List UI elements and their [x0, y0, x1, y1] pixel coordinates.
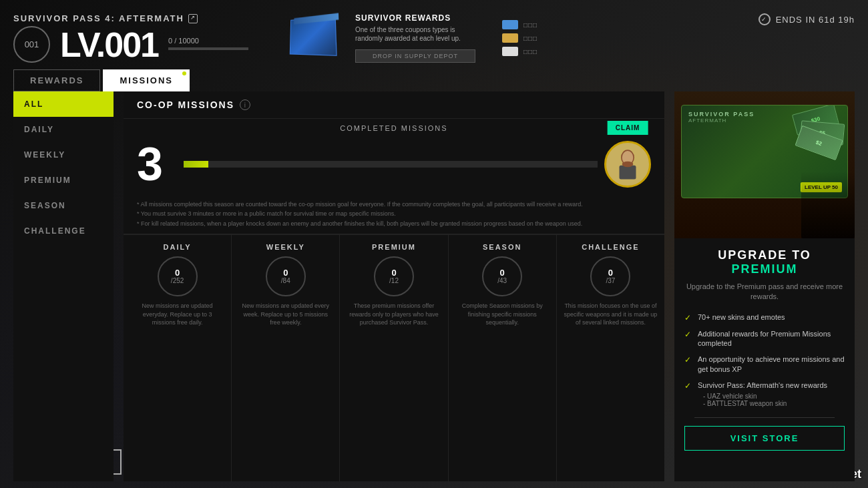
weekly-count: 0	[283, 268, 288, 277]
feature-text-3: An opportunity to achieve more missions …	[698, 354, 845, 374]
feature-item-4: ✓ Survivor Pass: Aftermath's new rewards…	[684, 381, 845, 407]
season-card-circle: 0 /43	[482, 256, 522, 296]
feature-text-4: Survivor Pass: Aftermath's new rewards -…	[698, 381, 827, 407]
coop-missions-title: CO-OP MISSIONS	[137, 99, 234, 110]
mission-card-season: SEASON 0 /43 Complete Season missions by…	[449, 235, 557, 481]
coop-notes: * All missions completed this season are…	[124, 194, 664, 234]
xp-progress: 0 / 10000	[168, 37, 248, 53]
premium-card-title: PREMIUM	[372, 243, 416, 251]
card-title-text: SURVIVOR PASS	[688, 111, 754, 117]
drop-supply-button[interactable]: DROP IN SUPPLY DEPOT	[355, 49, 475, 63]
middle-panel: CO-OP MISSIONS i COMPLETED MISSIONS 3 CL…	[124, 91, 664, 481]
weekly-card-circle: 0 /84	[266, 256, 306, 296]
daily-total: /252	[171, 277, 184, 284]
completed-missions-label: COMPLETED MISSIONS	[124, 124, 664, 132]
rewards-box	[288, 18, 342, 58]
daily-card-title: DAILY	[164, 243, 192, 251]
premium-desc: These premium missions offer rewards onl…	[347, 302, 441, 327]
coupon-list: □□□ □□□ □□□	[502, 20, 537, 56]
check-icon-4: ✓	[684, 381, 691, 391]
coupon-color-gold	[502, 33, 518, 43]
feature-text-1: 70+ new skins and emotes	[698, 312, 785, 322]
timer-section: ✓ ENDS IN 61d 19h	[758, 13, 855, 25]
visit-store-button[interactable]: VISIT STORE	[684, 426, 845, 451]
season-total: /43	[497, 277, 507, 284]
coupon-label-gold: □□□	[523, 35, 537, 42]
xp-text: 0 / 10000	[168, 37, 248, 45]
daily-desc: New missions are updated everyday. Repla…	[130, 302, 224, 327]
coupon-label-white: □□□	[523, 48, 537, 55]
weekly-card-title: WEEKLY	[266, 243, 305, 251]
mission-card-challenge: CHALLENGE 0 /37 This mission focuses on …	[557, 235, 664, 481]
game-title: SURVIVOR PASS 4: AFTERMATH	[13, 13, 248, 23]
check-icon-1: ✓	[684, 313, 691, 322]
coupon-color-blue	[502, 20, 518, 29]
level-circle: 001	[13, 26, 50, 63]
season-desc: Complete Season missions by finishing sp…	[455, 302, 550, 327]
premium-banner: SURVIVOR PASS AFTERMATH $30 $5 $2 LEVEL …	[674, 91, 855, 238]
season-count: 0	[500, 268, 505, 277]
mission-card-daily: DAILY 0 /252 New missions are updated ev…	[124, 235, 232, 481]
right-panel: SURVIVOR PASS AFTERMATH $30 $5 $2 LEVEL …	[674, 91, 855, 481]
missions-tab-badge	[182, 71, 186, 75]
sidebar-item-weekly[interactable]: WEEKLY	[13, 142, 114, 168]
challenge-count: 0	[608, 268, 613, 277]
coupon-color-white	[502, 47, 518, 56]
character-silhouette	[801, 172, 855, 238]
level-display: LV.001	[60, 27, 158, 62]
premium-total: /12	[389, 277, 399, 284]
sidebar-item-all[interactable]: ALL	[13, 91, 114, 117]
feature-text-2: Additional rewards for Premium Missions …	[698, 329, 845, 348]
coupon-item-white: □□□	[502, 47, 537, 56]
card-subtitle-text: AFTERMATH	[688, 117, 726, 124]
check-icon-2: ✓	[684, 330, 691, 339]
coop-area: 3 CLAIM	[124, 138, 664, 194]
person-avatar-svg	[611, 148, 644, 181]
panel-header: CO-OP MISSIONS i	[124, 91, 664, 119]
challenge-card-circle: 0 /37	[590, 256, 630, 296]
coupon-item-blue: □□□	[502, 20, 537, 29]
sub-uaz: - UAZ vehicle skin	[698, 393, 827, 400]
coop-progress-fill	[184, 161, 208, 168]
season-card-title: SEASON	[483, 243, 521, 251]
sidebar-item-challenge[interactable]: CHALLENGE	[13, 218, 114, 244]
weekly-total: /84	[281, 277, 290, 284]
premium-subtitle: Upgrade to the Premium pass and receive …	[684, 282, 845, 302]
challenge-desc: This mission focuses on the use of speci…	[564, 302, 658, 327]
challenge-card-title: CHALLENGE	[582, 243, 639, 251]
coupon-label-blue: □□□	[523, 21, 537, 29]
note-3: * For kill related missions, when a play…	[137, 219, 651, 228]
mission-cards: DAILY 0 /252 New missions are updated ev…	[124, 234, 664, 481]
claim-button[interactable]: CLAIM	[608, 121, 648, 135]
premium-count: 0	[391, 268, 396, 277]
feature-item-2: ✓ Additional rewards for Premium Mission…	[684, 329, 845, 348]
sub-battlestat: - BATTLESTAT weapon skin	[698, 400, 827, 407]
rewards-info: SURVIVOR REWARDS One of the three coupon…	[355, 13, 475, 63]
rewards-title: SURVIVOR REWARDS	[355, 13, 475, 23]
tabs-row: REWARDS MISSIONS	[0, 69, 868, 91]
sidebar-item-premium[interactable]: PREMIUM	[13, 168, 114, 193]
all-badge-dot	[103, 102, 107, 106]
coupon-item-gold: □□□	[502, 33, 537, 43]
xp-bar	[168, 47, 248, 50]
feature-list: ✓ 70+ new skins and emotes ✓ Additional …	[684, 312, 845, 407]
survivor-rewards-section: SURVIVOR REWARDS One of the three coupon…	[288, 13, 745, 63]
tab-rewards[interactable]: REWARDS	[13, 69, 100, 91]
feature-item-1: ✓ 70+ new skins and emotes	[684, 312, 845, 322]
info-icon[interactable]: i	[240, 99, 250, 110]
timer-label: ENDS IN 61d 19h	[776, 15, 855, 25]
note-1: * All missions completed this season are…	[137, 200, 651, 209]
left-sidebar: ALL DAILY WEEKLY PREMIUM SEASON CHALLENG…	[13, 91, 114, 481]
challenge-total: /37	[606, 277, 615, 284]
external-link-icon[interactable]	[188, 14, 198, 23]
tab-missions[interactable]: MISSIONS	[103, 69, 190, 91]
svg-point-3	[622, 162, 634, 167]
sidebar-item-season[interactable]: SEASON	[13, 193, 114, 218]
sidebar-item-daily[interactable]: DAILY	[13, 117, 114, 142]
daily-card-circle: 0 /252	[158, 256, 198, 296]
premium-content: UPGRADE TO PREMIUM Upgrade to the Premiu…	[674, 238, 855, 481]
coop-mission-count: 3	[137, 141, 177, 188]
coop-progress-bar	[184, 161, 598, 168]
note-2: * You must survive 3 minutes or more in …	[137, 209, 651, 218]
timer-icon: ✓	[758, 13, 771, 25]
